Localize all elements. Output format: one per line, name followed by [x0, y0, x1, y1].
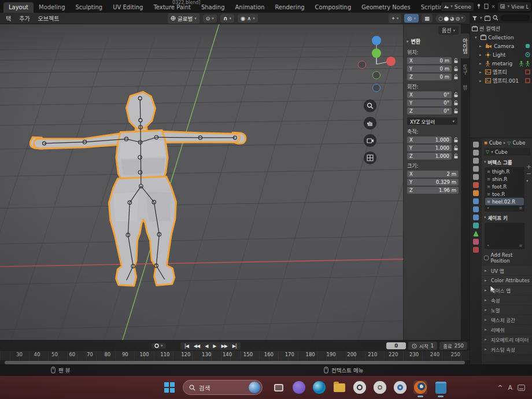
image-data-badge[interactable] [525, 69, 530, 75]
dimensions-field[interactable]: Y0.329 m [407, 179, 459, 186]
workspace-tab-sculpting[interactable]: Sculpting [71, 2, 108, 13]
pose-badge[interactable] [519, 61, 524, 66]
workspace-tab-rendering[interactable]: Rendering [270, 2, 310, 13]
transport-button[interactable]: ▶▶ [219, 343, 229, 349]
vertex-group-item[interactable]: ≡toe.R [485, 190, 524, 198]
neg-x-axis-handle[interactable] [359, 61, 366, 69]
lock-icon[interactable] [453, 137, 459, 143]
properties-tab-icon[interactable] [473, 174, 479, 180]
tab-item[interactable]: 아이템 [461, 34, 470, 58]
location-field[interactable]: X0 m [407, 57, 452, 64]
expander-icon[interactable]: ▸ [479, 79, 483, 83]
zoom-view-button[interactable] [364, 99, 376, 112]
material-shading-icon[interactable]: ◕ [450, 16, 455, 21]
properties-tab-icon[interactable] [473, 166, 479, 172]
outliner-row-collection[interactable]: ▾ Collection [470, 33, 532, 42]
taskbar-app-edge[interactable] [312, 380, 326, 394]
display-mode-icon[interactable] [485, 16, 490, 21]
outliner-row-light[interactable]: ▸ Light [470, 50, 532, 59]
menu-object[interactable]: 오브젝트 [38, 14, 60, 23]
rendered-shading-icon[interactable]: ◍ [456, 16, 460, 21]
taskbar-app-notes[interactable] [434, 380, 448, 394]
menu-add[interactable]: 추가 [19, 14, 29, 23]
show-overlays-toggle[interactable]: ◎▾ [404, 14, 419, 23]
add-vertex-group-button[interactable]: ＋ [526, 165, 531, 170]
transport-button[interactable]: ◀ [202, 343, 210, 349]
armature-data-badge[interactable] [525, 61, 530, 66]
breadcrumb-object[interactable]: Cube [489, 140, 502, 146]
workspace-tab-uv-editing[interactable]: UV Editing [108, 2, 148, 13]
list-menu-icon[interactable]: ≡ [519, 243, 522, 248]
expander-icon[interactable]: ▾ [475, 35, 479, 40]
mesh-name-field[interactable]: ▽ ▾ Cube [484, 148, 530, 156]
shading-mode-switch[interactable]: ○ ● ◕ ◍ ▾ [435, 14, 466, 23]
lock-icon[interactable] [453, 92, 459, 98]
view-layer-selector[interactable]: ▾ View Layer [498, 2, 531, 11]
lock-icon[interactable] [453, 66, 459, 72]
pin-icon[interactable] [476, 3, 481, 9]
tray-expand-button[interactable]: ^ [497, 384, 503, 391]
scale-field[interactable]: X1.000 [407, 136, 452, 143]
properties-tab-icon[interactable] [473, 158, 479, 164]
lock-icon[interactable] [453, 153, 459, 159]
properties-tab-icon[interactable] [473, 182, 479, 188]
add-rest-position-row[interactable]: Add Rest Position [482, 249, 532, 265]
workspace-tab-geometry-nodes[interactable]: Geometry Nodes [356, 2, 415, 13]
taskbar-app-blender[interactable] [413, 380, 427, 394]
taskbar-app-chat[interactable] [292, 380, 306, 394]
neg-y-axis-handle[interactable] [373, 72, 380, 79]
workspace-tab-animation[interactable]: Animation [230, 2, 270, 13]
expander-icon[interactable]: ▸ [479, 44, 483, 49]
task-view-button[interactable] [272, 380, 286, 394]
character-model[interactable] [28, 87, 250, 294]
light-data-badge[interactable] [525, 52, 530, 57]
navigation-gizmo[interactable] [357, 31, 396, 96]
y-axis-handle[interactable] [372, 49, 381, 58]
rotation-field[interactable]: Y0° [407, 99, 452, 106]
show-gizmo-toggle[interactable]: ⌖▾ [389, 14, 401, 23]
taskbar-app-light-3[interactable] [393, 380, 407, 394]
collapsed-panel-header[interactable]: ▸ 텍스처 공간 [482, 315, 532, 324]
list-menu-icon[interactable]: ≡ [519, 206, 522, 210]
transform-orientation-dropdown[interactable]: 글로벌 ▾ [168, 13, 200, 24]
snap-controls[interactable]: ∩▾ [220, 14, 234, 23]
tab-tool[interactable]: 도구 [461, 60, 470, 79]
workspace-tab-shading[interactable]: Shading [196, 2, 230, 13]
3d-viewport[interactable]: 옵션▾ ▾변환 위치: X0 m Y0 m [0, 24, 470, 340]
lock-icon[interactable] [453, 58, 459, 64]
menu-select[interactable]: 택 [6, 14, 11, 23]
toggle-perspective-button[interactable] [364, 152, 376, 164]
outliner-row-metarig[interactable]: ▸ metarig [470, 59, 532, 68]
taskbar-app-file-explorer[interactable] [332, 380, 346, 394]
collapsed-panel-header[interactable]: ▸ Color Attributes [482, 276, 532, 285]
current-frame-field[interactable]: 0 [386, 342, 406, 349]
vertex-group-item[interactable]: ≡thigh.R [485, 168, 524, 175]
timeline-ruler[interactable]: 3040506070809010011012013014015016017018… [0, 351, 470, 360]
lock-icon[interactable] [453, 108, 459, 114]
transport-button[interactable]: ◀◀ [191, 343, 202, 349]
solid-shading-icon[interactable]: ● [444, 16, 449, 21]
remove-vertex-group-button[interactable]: － [526, 172, 531, 177]
list-filter-icon[interactable]: • [487, 206, 489, 210]
transport-button[interactable]: ▶ [210, 343, 218, 349]
properties-tab-icon[interactable] [473, 190, 479, 196]
expander-icon[interactable]: ▸ [479, 53, 483, 57]
collapsed-panel-header[interactable]: ▸ 커스텀 속성 [482, 345, 532, 354]
properties-tab-icon[interactable] [473, 239, 479, 245]
frame-start-field[interactable]: 시작 1 [408, 342, 437, 350]
taskbar-app-light-2[interactable] [373, 380, 387, 394]
taskbar-search-input[interactable]: 검색 [183, 380, 263, 395]
filter-icon[interactable] [472, 16, 478, 21]
expander-icon[interactable]: ▸ [479, 70, 483, 75]
vertex-group-item[interactable]: ≡foot.R [485, 183, 524, 190]
expander-icon[interactable]: ▸ [479, 61, 483, 66]
proportional-editing-controls[interactable]: ◉∧▾ [238, 14, 258, 23]
collapse-transform-icon[interactable]: ▾ [407, 39, 409, 44]
x-axis-handle[interactable] [386, 57, 396, 66]
xray-toggle[interactable]: ▦ [422, 14, 433, 23]
touch-keyboard-icon[interactable] [518, 385, 525, 391]
collapsed-panel-header[interactable]: ▸ 리메쉬 [482, 325, 532, 334]
neg-z-axis-handle[interactable] [373, 84, 380, 92]
vertex-group-item-active[interactable]: ≡heel.02.R [485, 198, 524, 205]
vertex-groups-panel-header[interactable]: ▾ 버텍스 그룹 [482, 156, 532, 167]
